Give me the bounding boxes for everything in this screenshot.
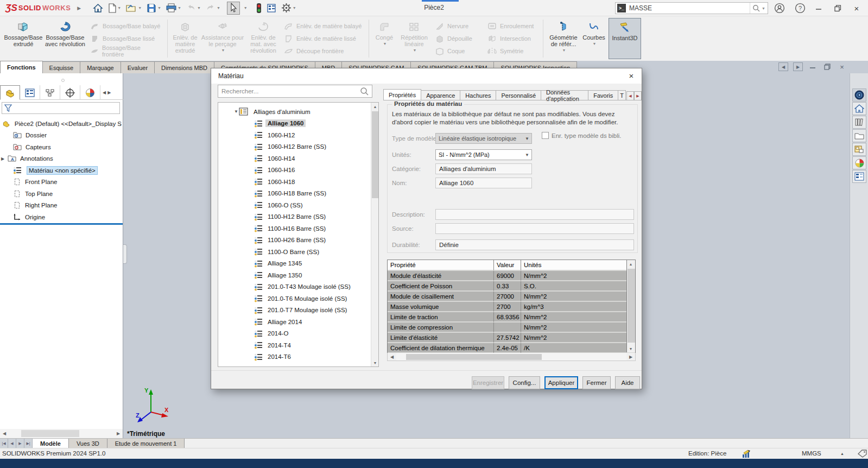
rebuild-button[interactable] bbox=[254, 2, 264, 15]
panel-horizontal-scrollbar[interactable]: ◀ ▶ bbox=[0, 429, 123, 438]
collapse-arrow-icon[interactable]: ▼ bbox=[233, 109, 239, 114]
tree-item-origine[interactable]: Origine bbox=[0, 211, 123, 223]
ribbon-intersect-button[interactable]: Intersection bbox=[487, 33, 536, 44]
material-item[interactable]: 1060-H12 Barre (SS) bbox=[218, 141, 378, 153]
scroll-down-icon[interactable]: ▼ bbox=[371, 359, 379, 366]
help-button[interactable]: Aide bbox=[615, 376, 640, 389]
table-row[interactable]: Coefficient de dilatation thermique2.4e-… bbox=[388, 343, 635, 353]
ribbon-cut-boundary-button[interactable]: Découpe frontière bbox=[284, 46, 362, 56]
previous-tab-button[interactable]: ◀ bbox=[8, 439, 16, 448]
material-item[interactable]: 201.0-T43 Moulage isolé (SS) bbox=[218, 281, 378, 293]
scroll-right-icon[interactable]: ▶ bbox=[114, 431, 123, 436]
pane-next-button[interactable]: ▶ bbox=[793, 62, 803, 71]
options-button[interactable]: ▼ bbox=[279, 2, 299, 15]
name-field[interactable]: Alliage 1060 bbox=[435, 178, 532, 188]
table-row[interactable]: Module de cisaillement27000N/mm^2 bbox=[388, 292, 635, 302]
scroll-right-icon[interactable]: ▶ bbox=[626, 355, 635, 359]
tab-scroll-left[interactable]: ◀ bbox=[626, 91, 634, 100]
tab-featuremanager-tree[interactable] bbox=[0, 85, 20, 100]
scroll-down-icon[interactable]: ▼ bbox=[627, 345, 635, 352]
panel-splitter-handle[interactable] bbox=[123, 244, 127, 264]
source-field[interactable] bbox=[435, 223, 634, 234]
material-item[interactable]: Alliage 1350 bbox=[218, 269, 378, 281]
scroll-thumb[interactable] bbox=[21, 430, 79, 437]
close-button[interactable]: × bbox=[849, 0, 864, 16]
tab-propertymanager[interactable] bbox=[20, 85, 40, 100]
tab-scroll-right[interactable]: ▶ bbox=[634, 91, 642, 100]
design-library-button[interactable] bbox=[852, 116, 866, 129]
material-item[interactable]: 1100-H26 Barre (SS) bbox=[218, 235, 378, 246]
ribbon-loft-button[interactable]: Bossage/Base lissé bbox=[90, 33, 161, 44]
tab-hachures[interactable]: Hachures bbox=[460, 90, 496, 100]
tab-configurationmanager[interactable] bbox=[40, 85, 60, 100]
tab-esquisse[interactable]: Esquisse bbox=[42, 61, 81, 73]
ribbon-draft-button[interactable]: Dépouille bbox=[435, 33, 481, 44]
tab-donnees-application[interactable]: Données d'application bbox=[541, 90, 588, 100]
evaluate-button[interactable] bbox=[264, 2, 278, 15]
tab-favoris[interactable]: Favoris bbox=[588, 90, 618, 100]
material-category[interactable]: ▼ Alliages d'aluminium bbox=[218, 106, 378, 118]
ribbon-boundary-button[interactable]: Bossage/Base frontière bbox=[90, 46, 161, 56]
account-button[interactable] bbox=[772, 0, 787, 16]
ribbon-sweep-button[interactable]: Bossage/Base balayé bbox=[90, 21, 161, 31]
tree-root[interactable]: Pièce2 (Default) <<Default>_Display S bbox=[0, 118, 123, 130]
tree-item-dossier[interactable]: Dossier bbox=[0, 130, 123, 142]
tree-item-capteurs[interactable]: Capteurs bbox=[0, 141, 123, 153]
view-palette-button[interactable] bbox=[852, 143, 866, 156]
tab-evaluer[interactable]: Evaluer bbox=[121, 61, 155, 73]
ribbon-rib-button[interactable]: Nervure bbox=[435, 21, 481, 31]
tab-dimxpertmanager[interactable] bbox=[60, 85, 80, 100]
sketch-status-icon[interactable] bbox=[742, 450, 751, 459]
dialog-close-button[interactable]: × bbox=[624, 69, 638, 81]
description-field[interactable] bbox=[435, 209, 634, 220]
next-tab-button[interactable]: ▶ bbox=[16, 439, 24, 448]
expand-arrow-icon[interactable]: ▶ bbox=[0, 156, 5, 161]
save-model-type-checkbox[interactable] bbox=[542, 132, 549, 139]
material-search-input[interactable] bbox=[218, 88, 360, 94]
select-tool-button[interactable] bbox=[227, 2, 240, 15]
scroll-thumb[interactable] bbox=[372, 111, 378, 198]
material-item[interactable]: 1060-H16 bbox=[218, 165, 378, 176]
material-item[interactable]: 2014-O bbox=[218, 328, 378, 340]
ribbon-cut-sweep-button[interactable]: Enlèv. de matière balayé bbox=[284, 21, 362, 31]
tree-item-top-plane[interactable]: Top Plane bbox=[0, 188, 123, 200]
category-field[interactable]: Alliages d'aluminium bbox=[435, 163, 532, 174]
command-search-box[interactable]: >_ MASSE ▼ bbox=[615, 2, 768, 14]
material-item[interactable]: 1060-H12 bbox=[218, 129, 378, 141]
open-button[interactable]: ▼ bbox=[124, 2, 144, 15]
tree-item-front-plane[interactable]: Front Plane bbox=[0, 176, 123, 188]
ribbon-linear-pattern-button[interactable]: Répétition linéaire ▼ bbox=[396, 17, 432, 60]
tab-fonctions[interactable]: Fonctions bbox=[0, 61, 43, 73]
tab-dimensions-mbd[interactable]: Dimensions MBD bbox=[154, 61, 214, 73]
home-button[interactable] bbox=[91, 2, 105, 15]
resources-home-button[interactable] bbox=[852, 102, 866, 115]
table-row[interactable]: Limite de compressionN/mm^2 bbox=[388, 322, 635, 333]
logo-expand-arrow[interactable]: ▶ bbox=[77, 5, 81, 11]
material-item[interactable]: 1060-H18 Barre (SS) bbox=[218, 188, 378, 200]
table-row[interactable]: Limite de traction68.9356N/mm^2 bbox=[388, 312, 635, 322]
material-tree-scrollbar[interactable]: ▲ ▼ bbox=[371, 103, 378, 366]
table-row[interactable]: Module d'élasticité69000N/mm^2 bbox=[388, 271, 635, 281]
material-item[interactable]: 1100-H12 Barre (SS) bbox=[218, 211, 378, 223]
ribbon-shell-button[interactable]: Coque bbox=[435, 46, 481, 56]
first-tab-button[interactable]: |◀ bbox=[0, 439, 8, 448]
redo-button[interactable]: ▼ bbox=[204, 2, 223, 15]
ribbon-revolve-button[interactable]: Bossage/Base avec révolution bbox=[43, 17, 87, 60]
pane-previous-button[interactable]: ◀ bbox=[778, 62, 788, 71]
file-explorer-button[interactable] bbox=[852, 129, 866, 142]
material-item[interactable]: 1060-H14 bbox=[218, 153, 378, 165]
units-select[interactable]: SI - N/mm^2 (MPa)▼ bbox=[435, 149, 532, 160]
tab-proprietes[interactable]: Propriétés bbox=[383, 89, 421, 100]
undo-button[interactable]: ▼ bbox=[184, 2, 203, 15]
tree-item-materiau[interactable]: Matériau <non spécifié> bbox=[0, 165, 123, 176]
tab-vues-3d[interactable]: Vues 3D bbox=[69, 439, 107, 448]
new-document-button[interactable]: ▼ bbox=[106, 2, 123, 15]
doc-close-button[interactable]: × bbox=[837, 62, 847, 71]
arrow-right-icon[interactable]: ▶ bbox=[107, 90, 111, 95]
custom-properties-button[interactable] bbox=[852, 170, 866, 183]
tree-item-annotations[interactable]: ▶ A Annotations bbox=[0, 153, 123, 165]
material-item[interactable]: 201.0-T7 Moulage isolé (SS) bbox=[218, 305, 378, 317]
help-button[interactable]: ? bbox=[793, 0, 808, 16]
ribbon-instant3d-button[interactable]: Instant3D bbox=[609, 18, 641, 59]
tab-truncated[interactable]: T bbox=[618, 90, 626, 100]
